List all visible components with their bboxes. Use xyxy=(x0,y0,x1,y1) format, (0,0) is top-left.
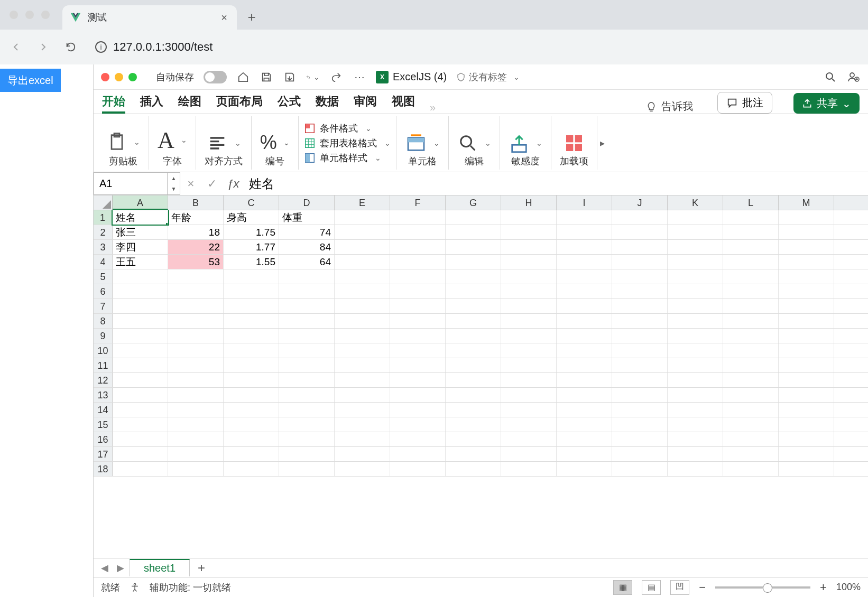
cell[interactable] xyxy=(557,403,612,417)
column-header[interactable]: L xyxy=(723,195,779,210)
cell[interactable] xyxy=(168,269,224,284)
save-as-icon[interactable] xyxy=(283,70,297,84)
cell[interactable] xyxy=(224,358,279,372)
ribbon-tab-4[interactable]: 公式 xyxy=(278,94,301,114)
ribbon-tab-0[interactable]: 开始 xyxy=(102,94,125,114)
cell[interactable] xyxy=(501,388,557,402)
fx-icon[interactable]: ƒx xyxy=(223,177,244,191)
undo-button[interactable] xyxy=(306,70,320,84)
cell[interactable] xyxy=(557,373,612,387)
ribbon-tab-2[interactable]: 绘图 xyxy=(178,94,201,114)
zoom-slider[interactable] xyxy=(715,586,810,589)
cell[interactable] xyxy=(557,255,612,269)
view-normal-icon[interactable]: ▦ xyxy=(613,580,632,595)
cell[interactable] xyxy=(446,210,501,225)
cell[interactable] xyxy=(168,358,224,372)
name-box[interactable]: A1 xyxy=(94,172,168,195)
cell[interactable] xyxy=(168,314,224,328)
row-header[interactable]: 9 xyxy=(94,329,113,343)
cell[interactable] xyxy=(224,462,279,476)
cell[interactable] xyxy=(335,432,390,446)
cell[interactable] xyxy=(446,358,501,372)
cell[interactable] xyxy=(390,284,446,298)
cell[interactable] xyxy=(446,329,501,343)
row-header[interactable]: 13 xyxy=(94,388,113,402)
cell[interactable] xyxy=(390,269,446,284)
cell[interactable] xyxy=(113,329,168,343)
cell[interactable] xyxy=(723,358,779,372)
cell[interactable] xyxy=(501,299,557,313)
cell[interactable] xyxy=(668,284,723,298)
column-header[interactable]: D xyxy=(279,195,335,210)
cell[interactable] xyxy=(390,432,446,446)
row-header[interactable]: 16 xyxy=(94,432,113,446)
cell[interactable] xyxy=(557,417,612,432)
cell[interactable] xyxy=(168,388,224,402)
cell[interactable]: 身高 xyxy=(224,210,279,225)
cell[interactable] xyxy=(224,373,279,387)
account-icon[interactable] xyxy=(847,70,861,84)
cell[interactable] xyxy=(335,343,390,358)
cell[interactable] xyxy=(279,329,335,343)
cell[interactable] xyxy=(446,299,501,313)
cell[interactable] xyxy=(390,210,446,225)
cell[interactable] xyxy=(168,284,224,298)
cell[interactable] xyxy=(390,299,446,313)
cell[interactable] xyxy=(668,417,723,432)
cell[interactable] xyxy=(335,210,390,225)
cell[interactable] xyxy=(557,358,612,372)
forward-button[interactable] xyxy=(33,36,54,58)
cell[interactable] xyxy=(612,343,668,358)
cell[interactable] xyxy=(557,240,612,254)
cell[interactable] xyxy=(501,373,557,387)
cell[interactable] xyxy=(612,447,668,461)
cell[interactable] xyxy=(446,417,501,432)
ribbon-group-editing[interactable]: 编辑 xyxy=(449,116,500,170)
cell[interactable] xyxy=(779,284,834,298)
cell[interactable] xyxy=(446,403,501,417)
cell[interactable]: 84 xyxy=(279,240,335,254)
search-icon[interactable] xyxy=(824,70,837,84)
cell[interactable]: 姓名 xyxy=(113,210,168,225)
row-header[interactable]: 10 xyxy=(94,343,113,358)
cell[interactable] xyxy=(779,373,834,387)
cell[interactable] xyxy=(168,462,224,476)
column-header[interactable]: K xyxy=(668,195,723,210)
ribbon-overflow[interactable]: ▸ xyxy=(597,116,608,170)
excel-close[interactable] xyxy=(101,73,109,81)
comments-button[interactable]: 批注 xyxy=(717,92,772,114)
cell[interactable] xyxy=(446,225,501,239)
cell[interactable] xyxy=(113,388,168,402)
window-minimize[interactable] xyxy=(25,11,34,19)
cell[interactable] xyxy=(668,343,723,358)
cell[interactable] xyxy=(335,447,390,461)
cell[interactable]: 64 xyxy=(279,255,335,269)
back-button[interactable] xyxy=(5,36,26,58)
cell[interactable] xyxy=(113,432,168,446)
cell[interactable] xyxy=(446,447,501,461)
ribbon-tab-1[interactable]: 插入 xyxy=(140,94,163,114)
cell[interactable] xyxy=(168,329,224,343)
tags-dropdown[interactable]: 没有标签 xyxy=(456,71,520,83)
cell[interactable] xyxy=(779,269,834,284)
cell[interactable] xyxy=(668,358,723,372)
cell[interactable] xyxy=(446,462,501,476)
cell[interactable] xyxy=(501,225,557,239)
cell[interactable] xyxy=(557,462,612,476)
cell[interactable] xyxy=(779,447,834,461)
row-header[interactable]: 4 xyxy=(94,255,113,269)
cell[interactable] xyxy=(501,343,557,358)
autosave-toggle[interactable] xyxy=(204,71,227,83)
cell[interactable] xyxy=(668,462,723,476)
cell[interactable] xyxy=(779,299,834,313)
cell[interactable] xyxy=(557,329,612,343)
cell[interactable] xyxy=(168,447,224,461)
row-header[interactable]: 17 xyxy=(94,447,113,461)
cell[interactable]: 张三 xyxy=(113,225,168,239)
cell[interactable] xyxy=(668,329,723,343)
ribbon-group-addins[interactable]: 加载项 xyxy=(551,116,597,170)
cell[interactable] xyxy=(279,314,335,328)
cell[interactable] xyxy=(612,403,668,417)
cell[interactable] xyxy=(335,329,390,343)
window-maximize[interactable] xyxy=(41,11,50,19)
